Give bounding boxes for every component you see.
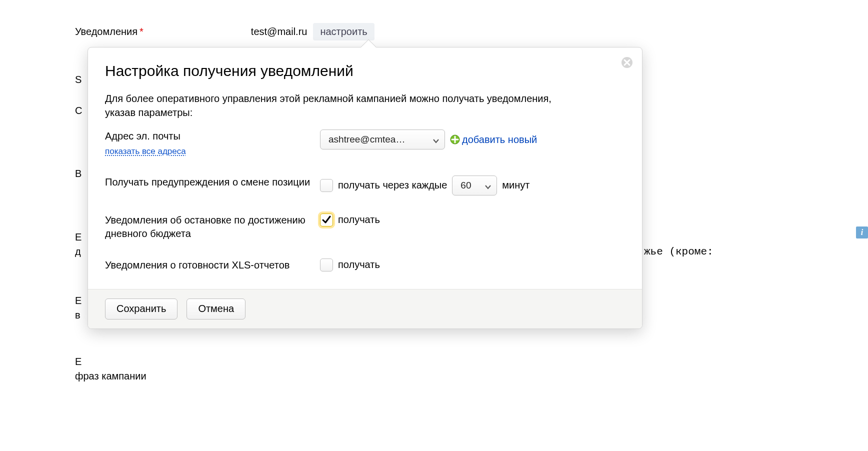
budget-stop-receive-label: получать xyxy=(338,214,380,226)
bg-text-fragment: в xyxy=(75,310,80,321)
interval-select[interactable]: 60 xyxy=(452,176,497,196)
budget-stop-checkbox[interactable] xyxy=(320,214,333,226)
save-button[interactable]: Сохранить xyxy=(105,298,178,320)
budget-stop-label: Уведомления об остановке по достижению д… xyxy=(105,214,320,240)
xls-reports-label: Уведомления о готовности XLS-отчетов xyxy=(105,258,320,272)
budget-stop-row: Уведомления об остановке по достижению д… xyxy=(105,214,625,240)
add-new-email-label: добавить новый xyxy=(462,134,537,146)
interval-select-value: 60 xyxy=(460,180,471,191)
position-warning-row: Получать предупреждения о смене позиции … xyxy=(105,176,625,196)
notification-settings-dialog: Настройка получения уведомлений Для боле… xyxy=(88,47,642,329)
bg-text-fragment: Е xyxy=(75,232,82,243)
bg-text-fragment-right: жье (кроме: xyxy=(644,246,714,258)
notifications-email-value: test@mail.ru xyxy=(251,26,308,38)
dialog-title: Настройка получения уведомлений xyxy=(105,62,625,80)
bg-text-fragment: Е xyxy=(75,356,82,368)
bg-text-fragment: В xyxy=(75,168,82,180)
xls-reports-checkbox[interactable] xyxy=(320,258,333,272)
dialog-footer: Сохранить Отмена xyxy=(88,289,642,328)
bg-text-fragment: фраз кампании xyxy=(75,370,146,382)
cancel-button[interactable]: Отмена xyxy=(186,298,246,320)
bg-text-fragment: д xyxy=(75,246,81,258)
plus-icon xyxy=(450,134,460,144)
xls-reports-receive-label: получать xyxy=(338,259,380,270)
bg-text-fragment: S xyxy=(75,74,82,86)
email-select-value: ashtree@cmtea… xyxy=(328,134,405,145)
show-all-addresses-link[interactable]: показать все адреса xyxy=(105,146,320,158)
chevron-down-icon xyxy=(432,136,440,143)
add-new-email-link[interactable]: добавить новый xyxy=(450,134,537,146)
chevron-down-icon xyxy=(484,182,492,189)
receive-every-label: получать через каждые xyxy=(338,180,447,191)
position-warning-checkbox[interactable] xyxy=(320,179,333,192)
email-select[interactable]: ashtree@cmtea… xyxy=(320,130,445,150)
email-label: Адрес эл. почты xyxy=(105,130,180,142)
configure-button[interactable]: настроить xyxy=(313,23,374,40)
notifications-label: Уведомления xyxy=(75,26,138,38)
required-marker: * xyxy=(140,26,144,38)
info-icon[interactable]: i xyxy=(856,226,868,238)
xls-reports-row: Уведомления о готовности XLS-отчетов пол… xyxy=(105,258,625,272)
bg-text-fragment: С xyxy=(75,105,82,116)
position-warning-label: Получать предупреждения о смене позиции xyxy=(105,176,320,189)
bg-text-fragment: Е xyxy=(75,295,82,306)
minutes-label: минут xyxy=(502,180,530,191)
notifications-field-row: Уведомления * test@mail.ru настроить xyxy=(75,23,374,40)
email-row: Адрес эл. почты показать все адреса asht… xyxy=(105,130,625,158)
close-icon[interactable] xyxy=(621,56,633,68)
dialog-description: Для более оперативного управления этой р… xyxy=(105,92,555,120)
